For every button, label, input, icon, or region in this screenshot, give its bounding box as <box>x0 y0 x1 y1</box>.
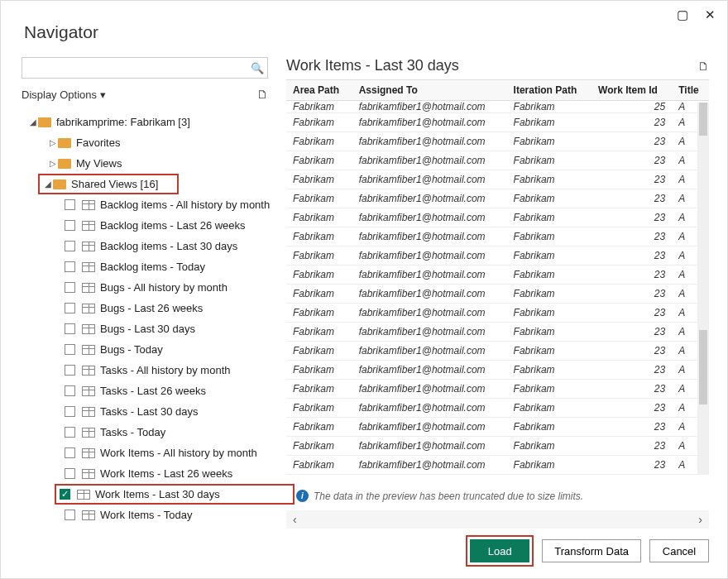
load-button[interactable]: Load <box>470 539 529 562</box>
add-column-icon[interactable]: 🗋 <box>697 60 709 73</box>
column-header[interactable]: Work Item Id <box>592 80 672 101</box>
caret-icon[interactable]: ▷ <box>48 138 58 147</box>
table-row[interactable]: Fabrikamfabrikamfiber1@hotmail.comFabrik… <box>286 361 709 380</box>
tree-item[interactable]: Bugs - All history by month <box>22 277 278 298</box>
tree-item[interactable]: Backlog items - All history by month <box>22 194 278 215</box>
tree-item[interactable]: Bugs - Last 30 days <box>22 318 278 339</box>
tree-myviews[interactable]: ▷ My Views <box>22 153 278 174</box>
table-row[interactable]: Fabrikamfabrikamfiber1@hotmail.comFabrik… <box>286 437 709 456</box>
tree-item[interactable]: Bugs - Today <box>22 339 278 360</box>
caret-icon[interactable]: ◢ <box>43 179 53 189</box>
tree-item[interactable]: Backlog items - Today <box>22 256 278 277</box>
table-row[interactable]: Fabrikamfabrikamfiber1@hotmail.comFabrik… <box>286 342 709 361</box>
column-header[interactable]: Area Path <box>286 80 352 101</box>
preview-table-wrap: Area PathAssigned ToIteration PathWork I… <box>286 79 709 481</box>
table-row[interactable]: Fabrikamfabrikamfiber1@hotmail.comFabrik… <box>286 113 709 132</box>
checkbox[interactable] <box>65 323 75 334</box>
checkbox[interactable] <box>65 510 75 520</box>
tree-item-label: Work Items - All history by month <box>100 447 257 459</box>
table-row[interactable]: Fabrikamfabrikamfiber1@hotmail.comFabrik… <box>286 456 709 475</box>
view-icon <box>82 345 95 355</box>
tree-item[interactable]: Backlog items - Last 26 weeks <box>22 215 278 236</box>
folder-icon <box>38 117 51 127</box>
checkbox[interactable] <box>65 365 75 376</box>
table-row[interactable]: Fabrikamfabrikamfiber1@hotmail.comFabrik… <box>286 304 709 323</box>
tree-item-label: Backlog items - All history by month <box>100 199 270 211</box>
table-row[interactable]: Fabrikamfabrikamfiber1@hotmail.comFabrik… <box>286 246 709 266</box>
checkbox[interactable] <box>65 282 75 293</box>
search-input[interactable]: 🔍 <box>22 57 268 79</box>
search-icon[interactable]: 🔍 <box>247 62 267 74</box>
view-icon <box>77 490 90 500</box>
table-row[interactable]: Fabrikamfabrikamfiber1@hotmail.comFabrik… <box>286 266 709 285</box>
table-row[interactable]: Fabrikamfabrikamfiber1@hotmail.comFabrik… <box>286 132 709 151</box>
view-icon <box>82 283 95 293</box>
view-icon <box>82 324 95 334</box>
table-row[interactable]: Fabrikamfabrikamfiber1@hotmail.comFabrik… <box>286 323 709 342</box>
table-row[interactable]: Fabrikamfabrikamfiber1@hotmail.comFabrik… <box>286 189 709 208</box>
table-row[interactable]: Fabrikamfabrikamfiber1@hotmail.comFabrik… <box>286 227 709 246</box>
scroll-thumb[interactable] <box>699 330 707 404</box>
vertical-scrollbar[interactable] <box>697 103 709 475</box>
checkbox[interactable] <box>65 344 75 355</box>
maximize-icon[interactable]: ▢ <box>677 7 688 22</box>
tree-label: Shared Views [16] <box>71 178 158 190</box>
checkbox[interactable] <box>65 427 75 438</box>
table-row[interactable]: Fabrikamfabrikamfiber1@hotmail.comFabrik… <box>286 170 709 189</box>
table-row[interactable]: Fabrikamfabrikamfiber1@hotmail.comFabrik… <box>286 399 709 418</box>
view-icon <box>82 407 95 417</box>
tree-item[interactable]: Work Items - Today <box>22 505 278 525</box>
tree-label: Favorites <box>76 136 120 149</box>
table-row[interactable]: Fabrikamfabrikamfiber1@hotmail.comFabrik… <box>286 418 709 437</box>
checkbox[interactable] <box>65 220 75 231</box>
column-header[interactable]: Title <box>672 80 709 101</box>
table-row[interactable]: Fabrikamfabrikamfiber1@hotmail.comFabrik… <box>286 380 709 399</box>
checkbox[interactable] <box>65 199 75 210</box>
column-header[interactable]: Assigned To <box>352 80 507 101</box>
checkbox[interactable] <box>65 241 75 251</box>
search-field[interactable] <box>22 62 247 74</box>
checkbox[interactable] <box>65 385 75 396</box>
tree-item[interactable]: ✓Work Items - Last 30 days <box>55 484 295 505</box>
table-row[interactable]: Fabrikamfabrikamfiber1@hotmail.comFabrik… <box>286 285 709 304</box>
checkbox[interactable] <box>65 447 75 458</box>
horizontal-scrollbar[interactable]: ‹ › <box>286 510 709 529</box>
transform-data-button[interactable]: Transform Data <box>542 539 641 562</box>
tree-item[interactable]: Bugs - Last 26 weeks <box>22 298 278 318</box>
scroll-right-icon[interactable]: › <box>698 513 702 526</box>
tree-root[interactable]: ◢ fabrikamprime: Fabrikam [3] <box>22 112 278 132</box>
checkbox[interactable] <box>65 303 75 313</box>
tree-favorites[interactable]: ▷ Favorites <box>22 132 278 153</box>
tree-item[interactable]: Work Items - All history by month <box>22 443 278 463</box>
scroll-left-icon[interactable]: ‹ <box>293 513 297 526</box>
tree-item[interactable]: Backlog items - Last 30 days <box>22 236 278 256</box>
tree-item[interactable]: Tasks - Last 26 weeks <box>22 380 278 401</box>
display-options-dropdown[interactable]: Display Options ▾ <box>22 89 106 101</box>
truncated-notice: i The data in the preview has been trunc… <box>296 490 709 502</box>
tree-item[interactable]: Work Items - Last 26 weeks <box>22 463 278 484</box>
close-icon[interactable]: ✕ <box>705 7 716 22</box>
checkbox[interactable] <box>65 468 75 479</box>
checkbox[interactable] <box>65 406 75 417</box>
caret-icon[interactable]: ◢ <box>28 117 38 127</box>
table-row[interactable]: Fabrikamfabrikamfiber1@hotmail.comFabrik… <box>286 151 709 170</box>
column-header[interactable]: Iteration Path <box>507 80 592 101</box>
table-row[interactable]: Fabrikamfabrikamfiber1@hotmail.comFabrik… <box>286 208 709 227</box>
tree-shared-views[interactable]: ◢ Shared Views [16] <box>38 174 179 194</box>
caret-icon[interactable]: ▷ <box>48 159 58 168</box>
navigator-tree: ◢ fabrikamprime: Fabrikam [3] ▷ Favorite… <box>22 112 278 525</box>
checkbox[interactable] <box>65 261 75 272</box>
view-icon <box>82 304 95 313</box>
tree-label: My Views <box>76 157 122 170</box>
tree-item[interactable]: Tasks - All history by month <box>22 360 278 380</box>
tree-item-label: Bugs - Today <box>100 343 163 356</box>
table-row[interactable]: Fabrikamfabrikamfiber1@hotmail.comFabrik… <box>286 101 709 113</box>
folder-icon <box>58 159 71 169</box>
cancel-button[interactable]: Cancel <box>649 539 709 562</box>
tree-item[interactable]: Tasks - Last 30 days <box>22 401 278 422</box>
scroll-thumb[interactable] <box>699 103 707 136</box>
tree-item[interactable]: Tasks - Today <box>22 422 278 443</box>
checkbox[interactable]: ✓ <box>60 489 70 500</box>
refresh-icon[interactable]: 🗋 <box>256 88 268 101</box>
tree-item-label: Tasks - All history by month <box>100 364 231 376</box>
